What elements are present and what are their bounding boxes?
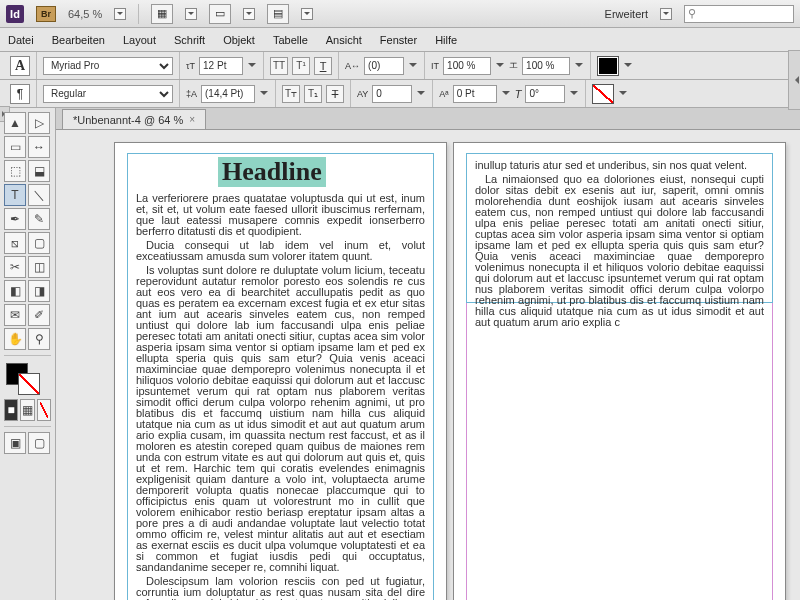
menu-schrift[interactable]: Schrift bbox=[174, 34, 205, 46]
tab-label: *Unbenannt-4 @ 64 % bbox=[73, 114, 183, 126]
menu-datei[interactable]: Datei bbox=[8, 34, 34, 46]
menu-objekt[interactable]: Objekt bbox=[223, 34, 255, 46]
tracking-stepper[interactable] bbox=[416, 89, 426, 99]
font-style-select[interactable]: Regular bbox=[43, 85, 173, 103]
toolbox: ▲▷ ▭↔ ⬚⬓ T＼ ✒✎ ⧅▢ ✂◫ ◧◨ ✉✐ ✋⚲ ■▦ ▣▢ bbox=[0, 108, 56, 600]
preview-view[interactable]: ▢ bbox=[28, 432, 50, 454]
page-tool[interactable]: ▭ bbox=[4, 136, 26, 158]
close-icon[interactable]: × bbox=[189, 114, 195, 125]
kerning-icon: A↔ bbox=[345, 61, 360, 71]
vscale-icon: IT bbox=[431, 61, 439, 71]
font-size-icon: τT bbox=[186, 61, 195, 71]
workspace-label[interactable]: Erweitert bbox=[605, 8, 648, 20]
content-collector-tool[interactable]: ⬚ bbox=[4, 160, 26, 182]
selection-tool[interactable]: ▲ bbox=[4, 112, 26, 134]
font-size-input[interactable] bbox=[199, 57, 243, 75]
fill-stroke-swatches[interactable] bbox=[4, 361, 52, 397]
leading-input[interactable] bbox=[201, 85, 255, 103]
note-tool[interactable]: ✉ bbox=[4, 304, 26, 326]
screen-mode-icon[interactable]: ▭ bbox=[209, 4, 231, 24]
view-options-icon[interactable]: ▦ bbox=[151, 4, 173, 24]
hscale-input[interactable] bbox=[522, 57, 570, 75]
menu-bearbeiten[interactable]: Bearbeiten bbox=[52, 34, 105, 46]
vscale-input[interactable] bbox=[443, 57, 491, 75]
rectangle-frame-tool[interactable]: ⧅ bbox=[4, 232, 26, 254]
underline-button[interactable]: T bbox=[314, 57, 332, 75]
menu-fenster[interactable]: Fenster bbox=[380, 34, 417, 46]
leading-stepper[interactable] bbox=[259, 89, 269, 99]
search-input[interactable]: ⚲ bbox=[684, 5, 794, 23]
tracking-input[interactable] bbox=[372, 85, 412, 103]
title-bar: Id Br 64,5 % ▦ ▭ ▤ Erweitert ⚲ bbox=[0, 0, 800, 28]
body-text-2[interactable]: inullup taturis atur sed et underibus, s… bbox=[467, 154, 772, 337]
pencil-tool[interactable]: ✎ bbox=[28, 208, 50, 230]
document-tab[interactable]: *Unbenannt-4 @ 64 % × bbox=[62, 109, 206, 129]
baseline-stepper[interactable] bbox=[501, 89, 511, 99]
bridge-icon[interactable]: Br bbox=[36, 6, 56, 22]
free-transform-tool[interactable]: ◫ bbox=[28, 256, 50, 278]
stroke-dropdown[interactable] bbox=[618, 89, 628, 99]
app-logo: Id bbox=[6, 5, 24, 23]
menu-bar: Datei Bearbeiten Layout Schrift Objekt T… bbox=[0, 28, 800, 52]
subscript-button[interactable]: T₁ bbox=[304, 85, 322, 103]
hscale-stepper[interactable] bbox=[574, 61, 584, 71]
zoom-level[interactable]: 64,5 % bbox=[68, 8, 102, 20]
direct-selection-tool[interactable]: ▷ bbox=[28, 112, 50, 134]
pen-tool[interactable]: ✒ bbox=[4, 208, 26, 230]
content-placer-tool[interactable]: ⬓ bbox=[28, 160, 50, 182]
zoom-tool[interactable]: ⚲ bbox=[28, 328, 50, 350]
page-right[interactable]: inullup taturis atur sed et underibus, s… bbox=[453, 142, 786, 600]
strikethrough-button[interactable]: T bbox=[326, 85, 344, 103]
screen-mode-dropdown[interactable] bbox=[243, 8, 255, 20]
character-mode-icon[interactable]: A bbox=[10, 56, 30, 76]
text-frame-2[interactable]: inullup taturis atur sed et underibus, s… bbox=[466, 153, 773, 303]
skew-input[interactable] bbox=[525, 85, 565, 103]
workspace-dropdown[interactable] bbox=[660, 8, 672, 20]
skew-stepper[interactable] bbox=[569, 89, 579, 99]
scissors-tool[interactable]: ✂ bbox=[4, 256, 26, 278]
line-tool[interactable]: ＼ bbox=[28, 184, 50, 206]
baseline-input[interactable] bbox=[453, 85, 497, 103]
apply-gradient[interactable]: ▦ bbox=[20, 399, 34, 421]
text-frame-1[interactable]: Headline La verferiorere praes quatatae … bbox=[127, 153, 434, 600]
font-size-stepper[interactable] bbox=[247, 61, 257, 71]
view-options-dropdown[interactable] bbox=[185, 8, 197, 20]
menu-layout[interactable]: Layout bbox=[123, 34, 156, 46]
smallcaps-button[interactable]: Tᴛ bbox=[282, 85, 300, 103]
gradient-swatch-tool[interactable]: ◧ bbox=[4, 280, 26, 302]
font-family-select[interactable]: Myriad Pro bbox=[43, 57, 173, 75]
headline-text[interactable]: Headline bbox=[218, 157, 326, 187]
menu-ansicht[interactable]: Ansicht bbox=[326, 34, 362, 46]
hand-tool[interactable]: ✋ bbox=[4, 328, 26, 350]
leading-icon: ‡A bbox=[186, 89, 197, 99]
skew-icon: T bbox=[515, 88, 522, 100]
gap-tool[interactable]: ↔ bbox=[28, 136, 50, 158]
normal-view[interactable]: ▣ bbox=[4, 432, 26, 454]
paragraph-mode-icon[interactable]: ¶ bbox=[10, 84, 30, 104]
apply-color[interactable]: ■ bbox=[4, 399, 18, 421]
control-bar-row2: ¶ Regular ‡A Tᴛ T₁ T AY Aª T bbox=[0, 80, 800, 108]
menu-hilfe[interactable]: Hilfe bbox=[435, 34, 457, 46]
zoom-dropdown[interactable] bbox=[114, 8, 126, 20]
arrange-dropdown[interactable] bbox=[301, 8, 313, 20]
gradient-feather-tool[interactable]: ◨ bbox=[28, 280, 50, 302]
fill-swatch[interactable] bbox=[597, 56, 619, 76]
tracking-icon: AY bbox=[357, 89, 368, 99]
arrange-icon[interactable]: ▤ bbox=[267, 4, 289, 24]
kerning-input[interactable] bbox=[364, 57, 404, 75]
eyedropper-tool[interactable]: ✐ bbox=[28, 304, 50, 326]
stroke-swatch[interactable] bbox=[592, 84, 614, 104]
type-tool[interactable]: T bbox=[4, 184, 26, 206]
body-text-1[interactable]: La verferiorere praes quatatae voluptusd… bbox=[128, 187, 433, 600]
fill-dropdown[interactable] bbox=[623, 61, 633, 71]
kerning-stepper[interactable] bbox=[408, 61, 418, 71]
rectangle-tool[interactable]: ▢ bbox=[28, 232, 50, 254]
page-left[interactable]: Headline La verferiorere praes quatatae … bbox=[114, 142, 447, 600]
canvas[interactable]: Headline La verferiorere praes quatatae … bbox=[56, 130, 800, 600]
panel-reveal[interactable] bbox=[788, 50, 800, 110]
apply-none[interactable] bbox=[37, 399, 51, 421]
allcaps-button[interactable]: TT bbox=[270, 57, 288, 75]
menu-tabelle[interactable]: Tabelle bbox=[273, 34, 308, 46]
superscript-button[interactable]: T¹ bbox=[292, 57, 310, 75]
vscale-stepper[interactable] bbox=[495, 61, 505, 71]
